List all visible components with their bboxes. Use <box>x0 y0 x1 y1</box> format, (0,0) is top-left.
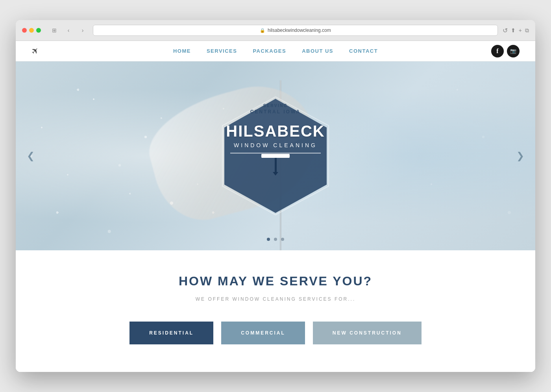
squeegee-handle <box>275 158 277 172</box>
share-icon[interactable]: ⬆ <box>511 27 516 33</box>
nav-forward-button[interactable]: › <box>77 26 88 34</box>
nav-link-contact[interactable]: CONTACT <box>349 48 378 54</box>
nav-link-home[interactable]: HOME <box>173 48 191 54</box>
section-subtitle: WE OFFER WINDOW CLEANING SERVICES FOR... <box>31 296 520 302</box>
address-bar[interactable]: 🔒 hilsabeckwindowcleaning.com <box>93 25 498 36</box>
instagram-icon[interactable]: 📷 <box>507 45 520 57</box>
back-button[interactable]: ⊞ <box>49 26 60 34</box>
close-button[interactable] <box>22 28 27 33</box>
content-section: HOW MAY WE SERVE YOU? WE OFFER WINDOW CL… <box>16 250 535 372</box>
new-construction-button[interactable]: NEW CONSTRUCTION <box>313 322 422 344</box>
hex-text-content: SERVING CENTRAL IOWA HILSABECK WINDOW CL… <box>218 95 333 217</box>
carousel-dot-3[interactable] <box>281 238 284 241</box>
nav-links: HOME SERVICES PACKAGES ABOUT US CONTACT <box>173 48 378 54</box>
traffic-lights <box>22 28 41 33</box>
minimize-button[interactable] <box>29 28 34 33</box>
commercial-button[interactable]: COMMERCIAL <box>221 322 305 344</box>
hex-serving-text: SERVING <box>263 104 288 108</box>
facebook-f: f <box>496 48 498 55</box>
browser-window: ⊞ ‹ › 🔒 hilsabeckwindowcleaning.com ↺ ⬆ … <box>16 20 535 372</box>
lock-icon: 🔒 <box>260 28 265 33</box>
nav-logo: ✈ <box>31 46 39 56</box>
browser-controls: ⊞ ‹ › <box>49 26 88 34</box>
hex-container: SERVING CENTRAL IOWA HILSABECK WINDOW CL… <box>213 89 338 223</box>
hex-central-iowa-text: CENTRAL IOWA <box>250 109 301 115</box>
website-content: ✈ HOME SERVICES PACKAGES ABOUT US CONTAC… <box>16 41 535 372</box>
prev-arrow-icon: ❮ <box>27 150 35 161</box>
hex-company-name: HILSABECK <box>226 123 325 139</box>
service-buttons: RESIDENTIAL COMMERCIAL NEW CONSTRUCTION <box>31 322 520 344</box>
instagram-symbol: 📷 <box>510 48 516 54</box>
section-title: HOW MAY WE SERVE YOU? <box>31 274 520 288</box>
carousel-dots <box>267 238 284 241</box>
carousel-dot-2[interactable] <box>274 238 277 241</box>
browser-actions: ↺ ⬆ + ⧉ <box>503 27 529 34</box>
nav-link-services[interactable]: SERVICES <box>207 48 237 54</box>
tabs-icon[interactable]: ⧉ <box>525 27 529 34</box>
url-text: hilsabeckwindowcleaning.com <box>268 28 331 33</box>
residential-button[interactable]: RESIDENTIAL <box>129 322 213 344</box>
slider-next-button[interactable]: ❯ <box>513 149 527 163</box>
reload-icon[interactable]: ↺ <box>503 27 508 34</box>
logo-symbol: ✈ <box>29 45 41 57</box>
nav-social: f 📷 <box>491 45 520 57</box>
hero-slider: ❮ <box>16 61 535 250</box>
squeegee-tip <box>273 172 278 176</box>
carousel-dot-1[interactable] <box>267 238 270 241</box>
nav-back-button[interactable]: ‹ <box>63 26 74 34</box>
nav-link-packages[interactable]: PACKAGES <box>253 48 286 54</box>
new-tab-icon[interactable]: + <box>519 27 522 33</box>
squeegee-blade <box>261 154 290 158</box>
hex-company-subtitle: WINDOW CLEANING <box>234 142 317 148</box>
squeegee-icon <box>261 154 290 176</box>
hero-brand-logo: SERVING CENTRAL IOWA HILSABECK WINDOW CL… <box>213 89 338 223</box>
fullscreen-button[interactable] <box>36 28 41 33</box>
slider-prev-button[interactable]: ❮ <box>24 149 38 163</box>
navigation: ✈ HOME SERVICES PACKAGES ABOUT US CONTAC… <box>16 41 535 61</box>
facebook-icon[interactable]: f <box>491 45 504 57</box>
browser-chrome: ⊞ ‹ › 🔒 hilsabeckwindowcleaning.com ↺ ⬆ … <box>16 20 535 41</box>
next-arrow-icon: ❯ <box>516 150 524 161</box>
nav-link-about[interactable]: ABOUT US <box>302 48 333 54</box>
